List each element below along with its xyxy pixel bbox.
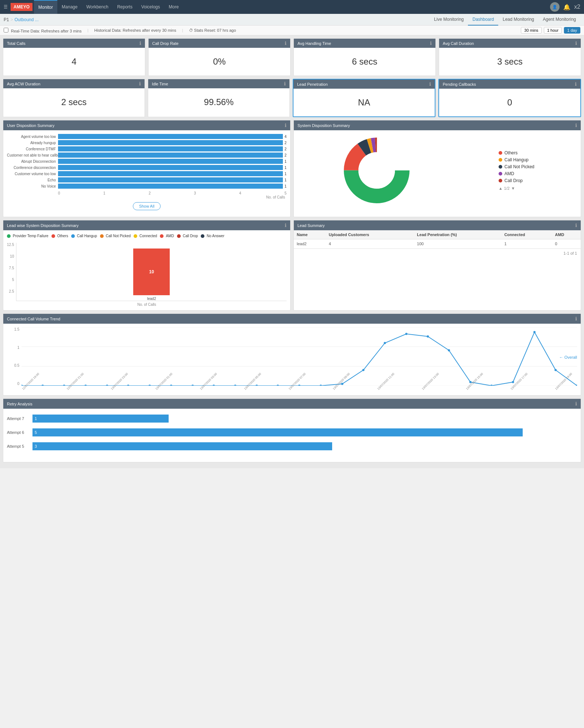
avg-call-duration-info-icon[interactable]: ℹ — [575, 41, 577, 46]
hamburger-icon[interactable]: ☰ — [4, 4, 8, 9]
svg-point-12 — [42, 385, 44, 386]
legend-lead-call-drop: Call Drop — [177, 234, 198, 238]
bar-track — [58, 159, 283, 164]
svg-point-21 — [234, 385, 236, 386]
top-nav: ☰ AMEYO Monitor Manage Workbench Reports… — [0, 0, 584, 14]
tab-live-monitoring[interactable]: Live Monitoring — [430, 14, 468, 26]
nav-monitor[interactable]: Monitor — [34, 0, 57, 14]
legend-lead-connected: Connected — [134, 234, 157, 238]
bar-label: Customer volume too low — [7, 172, 58, 176]
nav-voicelogs[interactable]: Voicelogs — [137, 0, 164, 14]
retry-analysis-header: Retry Analysis ℹ — [3, 399, 581, 409]
lead-y-axis-label: No. of Calls — [7, 303, 287, 307]
svg-point-23 — [277, 385, 279, 386]
avg-acw-info-icon[interactable]: ℹ — [139, 81, 141, 86]
svg-point-36 — [554, 369, 557, 371]
retry-bar-track: 5 — [32, 428, 523, 436]
lead-summary-header: Lead Summary ℹ — [294, 220, 581, 230]
bell-icon[interactable]: 🔔 — [563, 4, 570, 11]
svg-point-30 — [427, 335, 429, 338]
nav-manage[interactable]: Manage — [57, 0, 82, 14]
others-dot — [499, 151, 502, 155]
svg-point-15 — [106, 385, 108, 386]
bar-value: 1 — [283, 172, 287, 176]
cell-uploaded: 4 — [326, 239, 414, 249]
lead-summary-info-icon[interactable]: ℹ — [575, 223, 577, 228]
bar-track-container: 2 — [58, 153, 287, 158]
total-calls-card: Total Calls ℹ 4 — [3, 38, 145, 76]
nav-workbench[interactable]: Workbench — [82, 0, 112, 14]
nav-reports[interactable]: Reports — [113, 0, 137, 14]
lead-system-disposition-info-icon[interactable]: ℹ — [285, 223, 287, 228]
tab-dashboard[interactable]: Dashboard — [468, 14, 498, 26]
amd-dot — [499, 172, 502, 176]
realtime-checkbox[interactable] — [4, 28, 8, 32]
lead-penetration-info-icon[interactable]: ℹ — [429, 81, 431, 87]
cell-connected: 1 — [502, 239, 552, 249]
svg-point-6 — [358, 152, 395, 189]
col-connected: Connected — [502, 230, 552, 239]
bar-track — [58, 140, 283, 145]
bar-value: 1 — [283, 159, 287, 163]
avg-acw-value: 2 secs — [7, 91, 141, 113]
bar-chart-container: Agent volume too low 4 Already hungup 2 … — [7, 134, 287, 190]
historical-info: Historical Data: Refreshes after every 3… — [94, 28, 176, 32]
breadcrumb-current[interactable]: Outbound ... — [15, 17, 39, 22]
bar-track — [58, 177, 283, 182]
retry-attempt-label: Attempt 7 — [7, 416, 32, 421]
lead-summary-tbody: lead2 4 100 1 0 — [294, 239, 581, 249]
amd-label: AMD — [504, 171, 514, 176]
x-axis-title: No. of Calls — [7, 195, 287, 199]
bar-row: Customer volume too low 1 — [7, 171, 287, 176]
svg-point-16 — [127, 385, 129, 386]
col-name: Name — [294, 230, 326, 239]
idle-time-info-icon[interactable]: ℹ — [284, 81, 286, 86]
retry-attempt-label: Attempt 6 — [7, 430, 32, 435]
connected-call-trend-body: 1.5 1 0.5 0 — [3, 324, 581, 395]
legend-amd: AMD — [499, 171, 534, 176]
user-disposition-info-icon[interactable]: ℹ — [285, 123, 287, 128]
retry-analysis-info-icon[interactable]: ℹ — [575, 401, 577, 407]
time-30min[interactable]: 30 mins — [521, 27, 542, 34]
time-1hour[interactable]: 1 hour — [544, 27, 562, 34]
lead-chart-legend: Provider Temp Failure Others Call Hangup… — [7, 234, 287, 240]
sub-nav: P1 > Outbound ... Live Monitoring Dashbo… — [0, 14, 584, 26]
call-hangup-dot — [499, 158, 502, 162]
system-disposition-info-icon[interactable]: ℹ — [575, 123, 577, 128]
time-1day[interactable]: 1 day — [564, 27, 580, 34]
avg-handling-header: Avg Handling Time ℹ — [294, 39, 435, 48]
avg-handling-info-icon[interactable]: ℹ — [430, 41, 432, 46]
retry-bar-row: Attempt 7 1 — [7, 415, 577, 423]
show-all-button[interactable]: Show All — [133, 202, 161, 210]
retry-bar-row: Attempt 5 3 — [7, 442, 577, 450]
prev-page-icon[interactable]: ▲ — [499, 186, 503, 190]
bar-track — [58, 134, 283, 139]
stat-cards-row1: Total Calls ℹ 4 Call Drop Rate ℹ 0% Avg … — [3, 38, 581, 76]
nav-more[interactable]: More — [164, 0, 183, 14]
pending-callbacks-info-icon[interactable]: ℹ — [575, 81, 577, 87]
next-page-icon[interactable]: ▼ — [511, 186, 515, 190]
x-axis-labels: 0 1 2 3 4 5 — [7, 190, 287, 195]
lead-summary-table: Name Uploaded Customers Lead Penetration… — [294, 230, 581, 249]
retry-analysis-panel: Retry Analysis ℹ Attempt 7 1 Attempt 6 5… — [3, 398, 581, 462]
donut-pagination: ▲ 1/2 ▼ — [499, 186, 534, 190]
pending-callbacks-card: Pending Callbacks ℹ 0 — [438, 79, 581, 117]
total-calls-info-icon[interactable]: ℹ — [139, 41, 141, 46]
call-drop-rate-info-icon[interactable]: ℹ — [285, 41, 287, 46]
bar-track-container: 2 — [58, 146, 287, 151]
bar-label: Agent volume too low — [7, 135, 58, 139]
connected-call-trend-info-icon[interactable]: ℹ — [575, 316, 577, 321]
tab-lead-monitoring[interactable]: Lead Monitoring — [498, 14, 538, 26]
lead-system-disposition-header: Lead wise System Disposition Summary ℹ — [3, 220, 290, 230]
bar-track — [58, 171, 283, 176]
lead-y-axis: 12.5 10 7.5 5 2.5 — [7, 243, 16, 301]
avg-call-duration-value: 3 secs — [443, 51, 577, 73]
trend-x-axis: 12/07/2020 19:0012/07/2020 21:0013/07/20… — [7, 388, 577, 392]
retry-attempt-label: Attempt 5 — [7, 444, 32, 448]
connected-call-trend-panel: Connected Call Volume Trend ℹ 1.5 1 0.5 … — [3, 313, 581, 396]
legend-lead-others: Others — [51, 234, 68, 238]
svg-point-29 — [405, 333, 407, 335]
call-drop-dot — [499, 179, 502, 182]
svg-point-20 — [213, 385, 215, 386]
tab-agent-monitoring[interactable]: Agent Monitoring — [538, 14, 580, 26]
